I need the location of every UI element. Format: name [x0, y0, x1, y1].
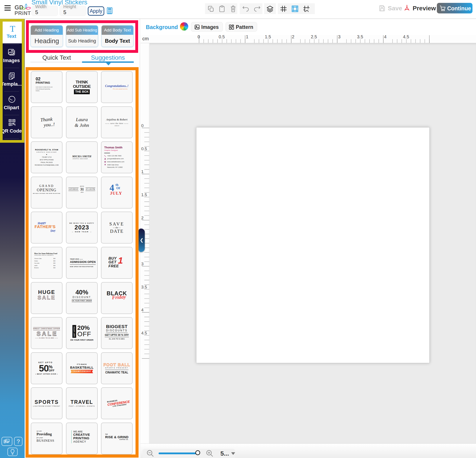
svg-text:2.5: 2.5 — [311, 35, 317, 39]
svg-text:4.5: 4.5 — [141, 331, 147, 335]
svg-text:1.5: 1.5 — [141, 193, 147, 197]
svg-text:3.5: 3.5 — [357, 35, 363, 39]
svg-text:3.5: 3.5 — [141, 285, 147, 289]
svg-text:1.5: 1.5 — [265, 35, 271, 39]
svg-text:PRiNT: PRiNT — [15, 10, 31, 16]
svg-text:3: 3 — [338, 35, 340, 39]
svg-text:0: 0 — [141, 123, 144, 128]
svg-text:4: 4 — [141, 308, 144, 312]
svg-text:0.5: 0.5 — [219, 35, 225, 39]
svg-text:2: 2 — [141, 216, 144, 220]
svg-text:0.5: 0.5 — [141, 146, 147, 151]
svg-text:3: 3 — [141, 262, 144, 266]
svg-text:4: 4 — [384, 35, 386, 39]
svg-text:1: 1 — [141, 169, 144, 174]
svg-text:1: 1 — [246, 35, 248, 39]
svg-text:2: 2 — [292, 35, 294, 39]
svg-text:0: 0 — [197, 35, 200, 39]
svg-text:4.5: 4.5 — [403, 35, 409, 39]
